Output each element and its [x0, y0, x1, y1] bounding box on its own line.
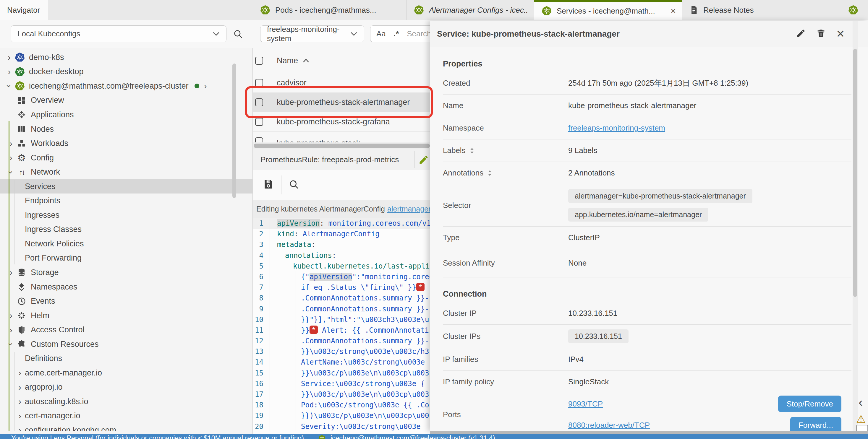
cluster-status-label[interactable]: icecheng@mathmast.com@freeleaps-cluster … [331, 434, 495, 439]
sidebar-item-access-control[interactable]: ›Access Control [0, 323, 253, 337]
chevron-collapsed-icon[interactable]: › [6, 326, 16, 334]
chevron-right-icon[interactable]: › [204, 81, 207, 91]
namespace-link[interactable]: freeleaps-monitoring-system [568, 124, 665, 133]
sidebar-item-acme-cert-manager-io[interactable]: ›acme.cert-manager.io [0, 366, 253, 380]
chevron-collapsed-icon[interactable]: › [15, 383, 25, 392]
sidebar-item-storage[interactable]: ›Storage [0, 265, 253, 280]
close-icon[interactable]: ✕ [836, 29, 845, 39]
bottom-divider-strip [430, 431, 868, 434]
sidebar-item-events[interactable]: Events [0, 294, 253, 308]
sidebar-item-cert-manager-io[interactable]: ›cert-manager.io [0, 409, 253, 423]
sidebar-item-port-forwarding[interactable]: Port Forwarding [0, 251, 253, 266]
sidebar-item-config[interactable]: ›⚙Config [0, 151, 253, 165]
sidebar-item-autoscaling-k8s-io[interactable]: ›autoscaling.k8s.io [0, 394, 253, 409]
property-value: 2 Annotations [568, 168, 615, 177]
chevron-collapsed-icon[interactable]: › [6, 268, 16, 277]
select-all-checkbox[interactable] [255, 57, 263, 65]
horizontal-scrollbar[interactable] [254, 143, 430, 148]
property-value: kube-prometheus-stack-alertmanager [568, 101, 696, 110]
property-label: IP families [443, 355, 478, 364]
sort-updown-icon[interactable] [488, 170, 492, 176]
sidebar-item-helm[interactable]: ›Helm [0, 308, 253, 323]
chevron-collapsed-icon[interactable]: › [4, 67, 14, 76]
editor-search-icon[interactable] [288, 179, 299, 191]
port-link[interactable]: 9093/TCP [568, 399, 603, 409]
sidebar-item-nodes[interactable]: Nodes [0, 122, 253, 136]
nodes-icon [16, 124, 27, 135]
sidebar-item-argoproj-io[interactable]: ›argoproj.io [0, 380, 253, 395]
editing-resource-link[interactable]: alertmanager [387, 205, 431, 213]
tab-services[interactable]: Services - icecheng@math...× [534, 0, 682, 20]
forward-button[interactable]: Forward... [790, 417, 841, 431]
sidebar-item-definitions[interactable]: Definitions [0, 351, 253, 366]
chevron-collapsed-icon[interactable]: › [15, 411, 25, 420]
sidebar-item-demo-k8s[interactable]: ›demo-k8s [0, 50, 253, 65]
row-checkbox[interactable] [255, 79, 263, 87]
chevron-expanded-icon[interactable]: › [6, 167, 16, 177]
chevron-collapsed-icon[interactable]: › [15, 426, 25, 431]
stop-remove-button[interactable]: Stop/Remove [778, 396, 841, 412]
chevron-collapsed-icon[interactable]: › [4, 53, 14, 62]
trash-icon[interactable] [816, 28, 826, 40]
edit-pencil-icon[interactable] [418, 155, 429, 166]
sidebar-scrollbar[interactable] [232, 64, 236, 198]
sidebar-item-overview[interactable]: Overview [0, 93, 253, 108]
property-row-namespace: Namespacefreeleaps-monitoring-system [443, 117, 851, 139]
property-label: Session Affinity [443, 259, 495, 268]
sidebar-item-icecheng-mathmast-com-freeleaps-cluster[interactable]: ›icecheng@mathmast.com@freeleaps-cluster… [0, 79, 253, 93]
save-icon[interactable] [263, 179, 274, 191]
sidebar-item-docker-desktop[interactable]: ›docker-desktop [0, 65, 253, 79]
sidebar-item-endpoints[interactable]: Endpoints [0, 194, 253, 208]
sidebar-item-custom-resources[interactable]: ›Custom Resources [0, 337, 253, 351]
sidebar-item-label: autoscaling.k8s.io [25, 397, 88, 406]
search-icon[interactable] [233, 29, 243, 40]
chevron-collapsed-icon[interactable]: › [6, 139, 16, 148]
sort-asc-icon[interactable] [303, 58, 309, 63]
chevron-collapsed-icon[interactable]: › [15, 368, 25, 377]
tab-release-notes[interactable]: Release Notes [682, 0, 829, 20]
sidebar-item-label: argoproj.io [25, 382, 63, 392]
chevron-collapsed-icon[interactable]: › [15, 397, 25, 406]
sidebar-item-network[interactable]: ›↑↓Network [0, 165, 253, 179]
kubeconfig-select[interactable]: Local Kubeconfigs [11, 25, 226, 42]
property-value: ClusterIP [568, 233, 600, 242]
code-token: apiVersion [310, 273, 352, 281]
chevron-collapsed-icon[interactable]: › [6, 311, 16, 320]
license-message: You're using Lens Personal (for individu… [11, 434, 304, 439]
chevron-expanded-icon[interactable]: › [6, 339, 16, 349]
drawer-scrollbar[interactable] [853, 49, 857, 297]
tab-pods[interactable]: Pods - icecheng@mathmas... [253, 0, 406, 20]
regex-toggle[interactable]: .* [394, 29, 399, 38]
sidebar-item-services[interactable]: Services [0, 179, 253, 194]
match-case-toggle[interactable]: Aa [376, 29, 386, 38]
code-token: annotations [285, 251, 332, 260]
code-token: apiVersion [277, 219, 320, 228]
row-checkbox[interactable] [255, 118, 263, 126]
chevron-expanded-icon[interactable]: › [5, 81, 13, 91]
column-header-name[interactable]: Name [277, 56, 298, 65]
chevron-down-icon [213, 32, 220, 36]
value-badge: 10.233.16.151 [568, 329, 628, 343]
tab-label: Services - icecheng@math... [557, 6, 655, 16]
sidebar-item-label: Nodes [31, 125, 54, 134]
code-token: AlertName:\u003c/strong\u003e [301, 358, 425, 366]
chevron-collapsed-icon[interactable]: › [6, 153, 16, 162]
namespace-select-value: freeleaps-monitoring-system [267, 25, 350, 43]
code-token: Severity:\u003c/strong\u003e [301, 423, 421, 431]
chevron-left-icon[interactable]: ‹ [859, 395, 863, 409]
edit-pencil-icon[interactable] [796, 28, 806, 40]
sidebar-item-applications[interactable]: Applications [0, 107, 253, 122]
sort-updown-icon[interactable] [470, 147, 474, 154]
sidebar-item-configuration-konghq-com[interactable]: ›configuration.konghq.com [0, 423, 253, 431]
sidebar-item-ingress-classes[interactable]: Ingress Classes [0, 223, 253, 237]
sidebar-item-network-policies[interactable]: Network Policies [0, 237, 253, 251]
tab-clipped[interactable]: A [841, 0, 867, 20]
close-tab-icon[interactable]: × [665, 6, 676, 15]
row-checkbox[interactable] [255, 137, 263, 142]
sidebar-item-ingresses[interactable]: Ingresses [0, 208, 253, 223]
sidebar-item-workloads[interactable]: ›Workloads [0, 136, 253, 151]
sidebar-item-namespaces[interactable]: Namespaces [0, 280, 253, 294]
port-link[interactable]: 8080:reloader-web/TCP [568, 421, 650, 430]
namespace-select[interactable]: freeleaps-monitoring-system [260, 25, 364, 42]
tab-alertmanager-configs[interactable]: Alertmanager Configs - icec... [406, 0, 534, 20]
